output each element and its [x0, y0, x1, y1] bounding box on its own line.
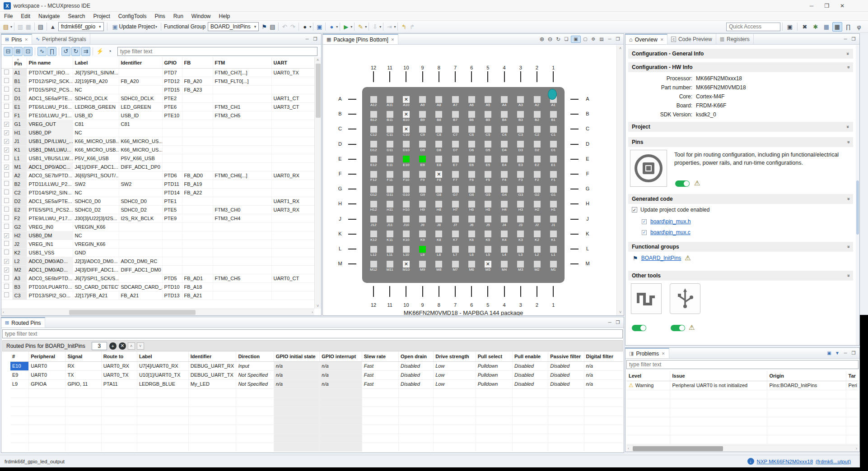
- ball-H7[interactable]: [452, 201, 459, 208]
- pin-row-G1[interactable]: ✓G1VREG_OUTC81C81: [1, 120, 314, 128]
- pins-horizontal-scrollbar[interactable]: ‹ ›: [1, 309, 314, 315]
- ball-E4[interactable]: [501, 156, 508, 162]
- update-code-checkbox[interactable]: ✓ Update project code enabled: [632, 207, 709, 213]
- ball-D11[interactable]: [387, 141, 393, 148]
- ball-M3[interactable]: [517, 261, 524, 268]
- pin-checkbox[interactable]: ✓: [4, 165, 9, 170]
- column-header[interactable]: Direction: [236, 351, 274, 361]
- pin-row-B3[interactable]: B3PTD10/LPUART0...SD_CARD_DETECTSDCARD_C…: [1, 282, 314, 291]
- ball-L1[interactable]: [550, 246, 557, 253]
- column-header[interactable]: Issue: [670, 371, 767, 381]
- menu-help[interactable]: Help: [215, 13, 234, 19]
- ball-J11[interactable]: [387, 216, 393, 222]
- pin-checkbox[interactable]: [4, 172, 9, 177]
- ball-M5[interactable]: ✕: [485, 261, 491, 268]
- tab-pins[interactable]: ⊞ Pins ✕: [1, 34, 32, 44]
- routed-filter-input[interactable]: [2, 329, 623, 338]
- pin-checkbox[interactable]: ✓: [4, 233, 9, 238]
- scrollbar-thumb[interactable]: [856, 180, 859, 235]
- pins-filter-input[interactable]: [117, 47, 317, 56]
- ball-H5[interactable]: [485, 201, 491, 208]
- scrollbar-thumb[interactable]: [316, 64, 321, 118]
- ball-F8[interactable]: ✕: [435, 171, 442, 178]
- ball-D1[interactable]: [550, 141, 557, 148]
- processor-link[interactable]: NXP MK66FN2M0xxx18: [757, 459, 813, 464]
- redo-icon[interactable]: ↷: [289, 23, 297, 31]
- usb-tool-toggle[interactable]: [671, 325, 685, 331]
- ball-K9[interactable]: [419, 231, 426, 237]
- pins-vertical-scrollbar[interactable]: ˄ ˅: [314, 57, 321, 309]
- forward-icon[interactable]: ↱: [408, 23, 416, 31]
- pin-checkbox[interactable]: [4, 104, 9, 109]
- ball-A4[interactable]: [501, 96, 508, 103]
- ball-M12[interactable]: [370, 261, 377, 268]
- pin-row-C2[interactable]: C2PTD14/SPI2_SIN...NCPTD14FB_A22: [1, 188, 314, 197]
- chip-settings-icon[interactable]: ⚙: [589, 36, 597, 43]
- pins-tool-toggle[interactable]: [675, 180, 690, 187]
- zoom-in-icon[interactable]: ⊕: [538, 36, 546, 43]
- pin-checkbox[interactable]: [4, 215, 9, 220]
- menu-edit[interactable]: Edit: [17, 13, 34, 19]
- pin-row-B2[interactable]: B2PTD11/LLWU_P2...SW2SW2PTD11FB_A19: [1, 180, 314, 188]
- digital-signals-icon[interactable]: ∏: [47, 47, 56, 56]
- ball-D9[interactable]: [419, 141, 426, 148]
- pin-checkbox[interactable]: ✓: [4, 139, 9, 144]
- column-header[interactable]: FB: [182, 57, 213, 68]
- ball-L5[interactable]: [485, 246, 491, 253]
- ball-B10[interactable]: ✕: [403, 111, 410, 118]
- clocks-tool-toggle[interactable]: [632, 325, 646, 331]
- ball-J7[interactable]: [452, 216, 459, 222]
- pin-checkbox[interactable]: ✓: [4, 259, 9, 264]
- ball-E5[interactable]: [485, 156, 491, 162]
- ball-B4[interactable]: [501, 111, 508, 118]
- ball-B7[interactable]: [452, 111, 459, 118]
- ball-B5[interactable]: [485, 111, 491, 118]
- ball-C4[interactable]: [501, 126, 508, 133]
- menu-configtools[interactable]: ConfigTools: [114, 13, 151, 19]
- pin-row-B1[interactable]: B1PTD12/SPI2_SCK...J2[19]/FB_A20FB_A20PT…: [1, 77, 314, 85]
- section-pins[interactable]: Pins«: [628, 137, 853, 147]
- section-generated-code[interactable]: Generated code«: [628, 194, 853, 204]
- problems-horizontal-scrollbar[interactable]: ‹ ›: [626, 445, 859, 452]
- ball-C7[interactable]: [452, 126, 459, 133]
- power-icon[interactable]: ⚡: [95, 47, 104, 56]
- ball-K1[interactable]: [550, 231, 557, 237]
- ball-E11[interactable]: [387, 156, 393, 162]
- ball-A12[interactable]: [370, 96, 377, 103]
- menu-project[interactable]: Project: [89, 13, 114, 19]
- menu-file[interactable]: File: [0, 13, 17, 19]
- package-view-toggle-icon[interactable]: ⊟: [4, 47, 13, 56]
- column-header[interactable]: Slew rate: [362, 351, 398, 361]
- column-header[interactable]: Pin name: [27, 57, 73, 68]
- panel-maximize-icon[interactable]: ❐: [311, 36, 319, 43]
- pin-row-K2[interactable]: K2USB1_VSSGND: [1, 248, 314, 257]
- column-header[interactable]: GPIO: [162, 57, 182, 68]
- column-header[interactable]: Identifier: [188, 351, 236, 361]
- pin-row-F1[interactable]: F1PTE10/LLWU_P1...USB_IDUSB_IDPTE10FTM3_…: [1, 111, 314, 120]
- section-hw-info[interactable]: Configuration - HW Info«: [628, 62, 853, 72]
- package-vertical-scrollbar[interactable]: ˄ ˅: [616, 45, 624, 315]
- ball-L11[interactable]: [387, 246, 393, 253]
- pin-row-D1[interactable]: D1ADC1_SE6a/PTE...SDHC0_DCLKSDHC0_DCLKPT…: [1, 94, 314, 102]
- column-header[interactable]: Origin: [767, 371, 846, 381]
- ball-G2[interactable]: [534, 186, 541, 193]
- pin-checkbox[interactable]: [4, 95, 9, 100]
- ball-D4[interactable]: [501, 141, 508, 148]
- log-icon[interactable]: ▤: [268, 23, 276, 31]
- panel-minimize-icon[interactable]: ─: [303, 36, 311, 43]
- pins-tool-perspective-icon[interactable]: ∏: [843, 22, 853, 32]
- column-header[interactable]: Digital filter: [584, 351, 623, 361]
- undo-icon[interactable]: ↶: [280, 23, 289, 31]
- column-header[interactable]: GPIO interrupt: [320, 351, 362, 361]
- tab-peripheral-signals[interactable]: ∿ Peripheral Signals: [32, 34, 90, 44]
- ball-E1[interactable]: [550, 156, 557, 162]
- ball-D6[interactable]: [468, 141, 475, 148]
- pin-row-F2[interactable]: F2PTE9/LLWU_P17...J30[3]/U22[3]/I2S...I2…: [1, 214, 314, 222]
- ball-H8[interactable]: [435, 201, 442, 208]
- column-header[interactable]: Pull enable: [513, 351, 548, 361]
- remove-pin-button[interactable]: ✕: [119, 342, 126, 350]
- column-header[interactable]: Open drain: [399, 351, 434, 361]
- tab-routed-pins[interactable]: ⊞ Routed Pins: [1, 317, 45, 328]
- route-direction-icon[interactable]: ⇉: [81, 47, 90, 56]
- scrollbar-thumb[interactable]: [69, 310, 196, 315]
